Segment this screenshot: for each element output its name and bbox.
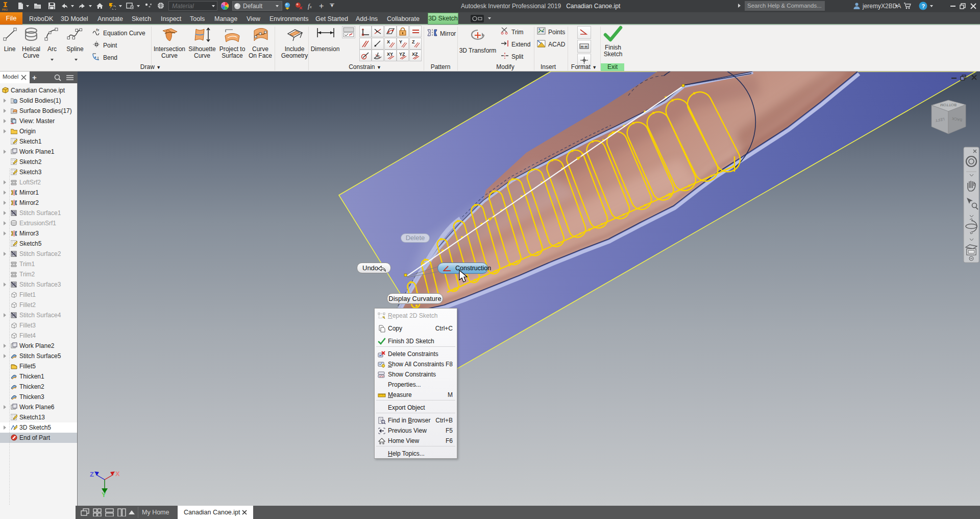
svg-text:H·H: H·H bbox=[581, 44, 587, 49]
svg-text:fx: fx bbox=[96, 28, 100, 32]
svg-text:BOTTOM: BOTTOM bbox=[940, 103, 957, 107]
svg-text:X: X bbox=[115, 470, 120, 478]
svg-text:PRO: PRO bbox=[2, 8, 8, 11]
svg-text:?: ? bbox=[922, 3, 925, 9]
svg-text:Y: Y bbox=[399, 39, 402, 44]
svg-text:Z: Z bbox=[412, 39, 415, 44]
svg-text:Y: Y bbox=[102, 491, 106, 499]
svg-text:X: X bbox=[387, 39, 390, 44]
svg-text:Z: Z bbox=[90, 470, 94, 478]
